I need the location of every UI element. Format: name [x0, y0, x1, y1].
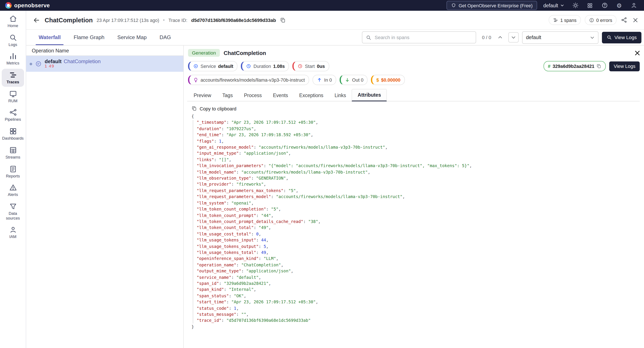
- view-tabs: Waterfall Flame Graph Service Map DAG: [32, 30, 178, 45]
- error-circle-icon: [589, 18, 594, 23]
- view-logs-button[interactable]: View Logs: [602, 32, 642, 43]
- org-selector[interactable]: default: [542, 3, 566, 8]
- tab-events[interactable]: Events: [268, 90, 294, 101]
- span-id-badge[interactable]: # 329a6d9b2aa28421: [544, 61, 606, 71]
- dollar-icon: $: [376, 77, 379, 83]
- json-attribute-line: "llm_usage_tokens_output": 5,: [197, 243, 640, 250]
- view-logs-label: View Logs: [614, 35, 637, 40]
- model-badge: accounts/fireworks/models/llama-v3p3-70b…: [188, 75, 309, 85]
- json-attribute-line: "span_kind": "Internal",: [197, 287, 640, 293]
- stream-selector[interactable]: default: [522, 31, 598, 44]
- hash-icon: #: [548, 64, 550, 69]
- theme-toggle-icon[interactable]: [570, 1, 580, 10]
- copy-trace-id-icon[interactable]: [280, 17, 286, 23]
- topbar: openobserve Get OpenObserve Enterprise (…: [0, 0, 644, 11]
- next-match-button[interactable]: [508, 32, 519, 43]
- span-view-logs-button[interactable]: View Logs: [610, 61, 640, 71]
- trace-header: ChatCompletion 23 Apr 17:09:17:512 (13s …: [26, 11, 644, 30]
- back-arrow-icon[interactable]: [32, 16, 41, 24]
- lightbulb-icon: [193, 77, 198, 83]
- errors-count-label: 0 errors: [596, 18, 612, 23]
- help-icon[interactable]: [599, 1, 610, 10]
- sidebar-item-home[interactable]: Home: [2, 13, 24, 30]
- tab-exceptions[interactable]: Exceptions: [294, 90, 329, 101]
- copy-to-clipboard-button[interactable]: Copy to clipboard: [192, 106, 640, 111]
- view-toolbar: Waterfall Flame Graph Service Map DAG 0 …: [26, 30, 644, 46]
- tab-process[interactable]: Process: [238, 90, 267, 101]
- tab-links[interactable]: Links: [329, 90, 352, 101]
- json-attribute-line: "openinference_span_kind": "LLM",: [197, 256, 640, 262]
- tab-attributes[interactable]: Attributes: [352, 89, 387, 101]
- json-attribute-line: "span_status": "OK",: [197, 293, 640, 299]
- cost-badge: $ $0.00000: [371, 75, 405, 85]
- sidebar-item-label: Data sources: [2, 211, 24, 221]
- sidebar-item-streams[interactable]: Streams: [2, 144, 24, 162]
- brand-name: openobserve: [14, 2, 50, 9]
- tab-tags[interactable]: Tags: [217, 90, 238, 101]
- json-open-brace: {: [192, 113, 640, 120]
- sidebar-item-pipelines[interactable]: Pipelines: [2, 106, 24, 124]
- tab-flame-graph[interactable]: Flame Graph: [67, 30, 111, 45]
- sidebar-item-dashboards[interactable]: Dashboards: [2, 125, 24, 143]
- search-in-spans-input[interactable]: [374, 34, 472, 40]
- span-detail-header: Generation ChatCompletion: [187, 48, 640, 58]
- sidebar-item-reports[interactable]: Reports: [2, 163, 24, 180]
- enterprise-button[interactable]: Get OpenObserve Enterprise (Free): [447, 1, 537, 10]
- tab-service-map[interactable]: Service Map: [111, 30, 153, 45]
- json-attribute-line: "llm_usage_cost_total": 0,: [197, 231, 640, 237]
- sidebar-item-logs[interactable]: Logs: [2, 31, 24, 49]
- search-icon: [9, 33, 17, 42]
- share-icon[interactable]: [620, 16, 628, 24]
- span-view-logs-label: View Logs: [614, 64, 636, 69]
- user-account-icon[interactable]: [628, 1, 639, 10]
- sidebar-item-alerts[interactable]: Alerts: [2, 181, 24, 199]
- sidebar-item-label: Alerts: [8, 192, 18, 197]
- json-attribute-line: "llm_token_count_prompt": "44",: [197, 212, 640, 219]
- sidebar-item-label: Logs: [8, 42, 17, 47]
- trace-id-label: Trace ID:: [168, 18, 188, 23]
- close-span-detail-icon[interactable]: [634, 49, 640, 56]
- settings-gear-icon[interactable]: ⚙: [614, 1, 624, 10]
- sidebar-item-traces[interactable]: Traces: [2, 69, 24, 87]
- pipeline-nodes-icon: [9, 109, 17, 117]
- json-attribute-line: "links": "[]",: [197, 157, 640, 163]
- tab-waterfall[interactable]: Waterfall: [32, 30, 67, 45]
- page-title: ChatCompletion: [45, 17, 93, 24]
- clock-icon: [298, 64, 303, 69]
- enterprise-icon: [452, 3, 456, 8]
- iam-user-icon: [9, 226, 17, 234]
- spans-count-badge[interactable]: 1 spans: [549, 15, 581, 25]
- operations-panel: Operation Name defaultChatCompletion 1 4…: [26, 46, 184, 348]
- tab-preview[interactable]: Preview: [188, 90, 217, 101]
- row-bullet-dot: [30, 63, 32, 65]
- copy-span-id-icon[interactable]: [596, 64, 602, 69]
- span-row[interactable]: defaultChatCompletion 1 49: [26, 56, 183, 72]
- sidebar-item-label: RUM: [8, 99, 18, 103]
- service-badge: Service default: [188, 61, 238, 71]
- prev-match-button[interactable]: [496, 33, 505, 42]
- span-kind-icon: [35, 61, 42, 67]
- sidebar-item-metrics[interactable]: Metrics: [2, 50, 24, 68]
- close-trace-icon[interactable]: [632, 16, 639, 24]
- apps-grid-icon[interactable]: [585, 1, 595, 10]
- json-attribute-line: "operation_name": "ChatCompletion",: [197, 262, 640, 268]
- sidebar-item-data-sources[interactable]: Data sources: [2, 200, 24, 223]
- dashboard-grid-icon: [9, 127, 17, 135]
- errors-count-badge[interactable]: 0 errors: [585, 15, 616, 25]
- json-attribute-line: "llm_request_parameters_model": "account…: [197, 194, 640, 200]
- model-name: accounts/fireworks/models/llama-v3p3-70b…: [200, 77, 305, 83]
- tokens-out-badge: Out 0: [340, 75, 368, 85]
- tab-dag[interactable]: DAG: [153, 30, 177, 45]
- json-attribute-line: "_timestamp": "Apr 23, 2026 17:09:17.512…: [197, 120, 640, 126]
- sidebar-item-rum[interactable]: RUM: [2, 88, 24, 106]
- sidebar-item-iam[interactable]: IAM: [2, 224, 24, 241]
- report-document-icon: [9, 165, 17, 173]
- span-id-value: 329a6d9b2aa28421: [552, 64, 594, 69]
- json-attribute-line: "status_code": 1,: [197, 305, 640, 311]
- trace-content: Operation Name defaultChatCompletion 1 4…: [26, 46, 644, 348]
- bar-chart-icon: [9, 52, 17, 60]
- brand[interactable]: openobserve: [5, 2, 50, 9]
- streams-table-icon: [9, 146, 17, 154]
- org-selector-value: default: [543, 3, 558, 8]
- span-kind-badge: Generation: [188, 49, 220, 57]
